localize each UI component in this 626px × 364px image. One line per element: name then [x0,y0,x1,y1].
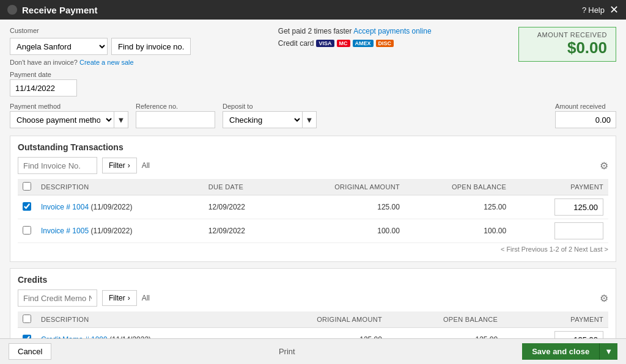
credits-col-description: DESCRIPTION [36,311,252,328]
credits-filter-chevron: › [128,294,130,302]
credits-settings-icon[interactable]: ⚙ [600,293,608,304]
credits-table: DESCRIPTION ORIGINAL AMOUNT OPEN BALANCE… [18,311,608,338]
outstanding-row-balance-0: 125.00 [405,195,511,219]
deposit-label: Deposit to [223,103,317,110]
credits-select-all-checkbox[interactable] [23,315,31,323]
outstanding-col-due-date: DUE DATE [204,179,281,195]
table-row: Invoice # 1005 (11/09/2022) 12/09/2022 1… [18,219,608,243]
modal-header: Receive Payment ? Help ✕ [0,0,626,20]
amount-received-value: $0.00 [528,38,607,57]
outstanding-row-checkbox-1[interactable] [23,226,31,235]
credits-filter-button[interactable]: Filter › [102,290,137,306]
credits-row-checkbox-0[interactable] [23,335,31,339]
payment-method-group: Payment method Choose payment method ▼ [10,103,128,128]
outstanding-row-original-1: 100.00 [281,219,405,243]
print-button[interactable]: Print [279,347,295,356]
outstanding-settings-icon[interactable]: ⚙ [600,160,608,172]
header-left: Receive Payment [7,5,97,15]
credits-payment-input-0[interactable] [554,331,603,338]
credits-filter-input[interactable] [18,289,97,307]
outstanding-select-all-checkbox[interactable] [23,182,31,191]
amex-badge: AMEX [353,40,374,47]
credit-card-row: Credit card VISA MC AMEX DISC [278,39,432,48]
customer-label: Customer [10,27,191,34]
payment-date-label: Payment date [10,71,616,78]
amount-received-input-group: Amount received [555,103,616,128]
visa-badge: VISA [316,40,334,47]
outstanding-row-payment-1 [511,219,608,243]
outstanding-payment-input-0[interactable] [554,198,603,216]
modal-title: Receive Payment [22,5,97,15]
table-row: Credit Memo # 1009 (11/14/2022) 125.00 1… [18,328,608,339]
modal-body: Customer Angela Sanford Find by invoice … [0,20,626,338]
outstanding-filter-label: Filter [109,161,125,170]
reference-input[interactable] [136,111,215,128]
find-by-invoice-button[interactable]: Find by invoice no. [111,38,191,55]
outstanding-filter-chevron: › [128,161,130,170]
outstanding-row-description-1: Invoice # 1005 (11/09/2022) [36,219,204,243]
deposit-select-wrap: Checking ▼ [223,111,317,128]
help-button[interactable]: ? Help [582,5,605,15]
outstanding-col-description: DESCRIPTION [36,179,204,195]
save-close-wrap: Save and close ▼ [522,343,617,360]
credits-row-link-0[interactable]: Credit Memo # 1009 [41,335,108,338]
payment-method-select-wrap: Choose payment method ▼ [10,111,128,128]
payment-date-input[interactable] [10,79,77,96]
amount-received-box: AMOUNT RECEIVED $0.00 [518,27,616,62]
customer-select[interactable]: Angela Sanford [10,38,108,55]
outstanding-row-due-date-0: 12/09/2022 [204,195,281,219]
outstanding-row-link-0[interactable]: Invoice # 1004 [41,203,89,211]
payment-method-select[interactable]: Choose payment method [10,111,114,128]
outstanding-col-open-balance: OPEN BALANCE [405,179,511,195]
deposit-select[interactable]: Checking [223,111,302,128]
mc-badge: MC [337,40,350,47]
outstanding-row-link-1[interactable]: Invoice # 1005 [41,227,89,235]
no-invoice-text: Don't have an invoice? Create a new sale [10,59,191,66]
outstanding-row-original-0: 125.00 [281,195,405,219]
help-icon: ? [582,5,586,15]
table-row: Invoice # 1004 (11/09/2022) 12/09/2022 1… [18,195,608,219]
outstanding-row-description-0: Invoice # 1004 (11/09/2022) [36,195,204,219]
outstanding-col-original-amount: ORIGINAL AMOUNT [281,179,405,195]
outstanding-row-due-date-1: 12/09/2022 [204,219,281,243]
payment-method-row: Payment method Choose payment method ▼ R… [10,103,616,128]
customer-section: Customer Angela Sanford Find by invoice … [10,27,191,66]
outstanding-row-checkbox-0[interactable] [23,202,31,211]
outstanding-title: Outstanding Transactions [18,142,608,152]
close-button[interactable]: ✕ [609,4,619,15]
reference-group: Reference no. [136,103,215,128]
header-right: ? Help ✕ [582,4,619,15]
outstanding-row-balance-1: 100.00 [405,219,511,243]
app-logo [7,5,17,15]
amount-received-input[interactable] [555,111,616,128]
credits-row-payment-0 [503,328,608,339]
cancel-button[interactable]: Cancel [9,343,51,360]
payment-method-label: Payment method [10,103,128,110]
credits-row-original-0: 125.00 [252,328,387,339]
save-close-dropdown-button[interactable]: ▼ [600,343,617,360]
amount-received-label: AMOUNT RECEIVED [528,31,607,38]
deposit-group: Deposit to Checking ▼ [223,103,317,128]
top-section: Customer Angela Sanford Find by invoice … [10,27,616,66]
credits-all-label: All [142,294,150,302]
outstanding-filter-input[interactable] [18,157,97,174]
payment-method-arrow[interactable]: ▼ [114,111,128,128]
promo-section: Get paid 2 times faster Accept payments … [278,27,432,48]
outstanding-all-label: All [142,161,150,170]
outstanding-pagination: < First Previous 1-2 of 2 Next Last > [18,243,608,255]
outstanding-transactions-section: Outstanding Transactions Filter › All ⚙ … [10,136,616,262]
outstanding-filter-button[interactable]: Filter › [102,158,137,173]
outstanding-table: DESCRIPTION DUE DATE ORIGINAL AMOUNT OPE… [18,179,608,243]
customer-row: Angela Sanford Find by invoice no. [10,38,191,55]
accept-payments-link[interactable]: Accept payments online [353,27,431,35]
amount-received-display: AMOUNT RECEIVED $0.00 [518,27,616,62]
credits-filter-row: Filter › All ⚙ [18,289,608,307]
create-new-sale-link[interactable]: Create a new sale [79,59,134,66]
credits-col-original-amount: ORIGINAL AMOUNT [252,311,387,328]
credits-filter-label: Filter [109,294,125,302]
outstanding-row-payment-0 [511,195,608,219]
payment-date-row: Payment date [10,71,616,96]
outstanding-payment-input-1[interactable] [554,222,603,239]
deposit-arrow[interactable]: ▼ [302,111,317,128]
save-close-button[interactable]: Save and close [522,343,600,360]
